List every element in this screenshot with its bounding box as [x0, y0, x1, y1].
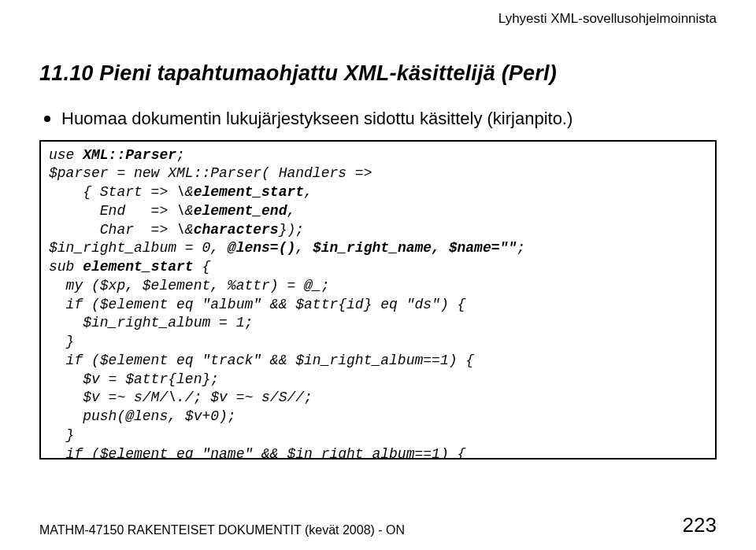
code-text: ;: [176, 147, 185, 163]
code-text: $in_right_name, $name="": [313, 240, 517, 256]
code-text: element_end: [194, 203, 287, 219]
footer: MATHM-47150 RAKENTEISET DOKUMENTIT (kevä…: [39, 513, 717, 537]
code-text: XML::Parser: [83, 147, 176, 163]
code-text: Char => \&: [49, 222, 194, 238]
page: Lyhyesti XML-sovellusohjelmoinnista 11.1…: [0, 0, 756, 550]
code-text: my ($xp, $element, %attr) = @_;: [49, 278, 329, 293]
code-text: $in_right_album = 0,: [49, 240, 228, 256]
code-text: if ($element eq "track" && $in_right_alb…: [49, 353, 474, 368]
code-text: push(@lens, $v+0);: [49, 408, 236, 424]
running-title: Lyhyesti XML-sovellusohjelmoinnista: [498, 11, 717, 27]
code-text: ,: [304, 184, 313, 200]
bullet-dot-icon: [44, 116, 50, 122]
code-text: if ($element eq "name" && $in_right_albu…: [49, 446, 465, 460]
code-text: element_start: [83, 259, 193, 275]
code-text: @lens=(): [228, 240, 295, 256]
code-text: }: [49, 334, 74, 349]
code-text: ,: [295, 240, 313, 256]
code-listing: use XML::Parser; $parser = new XML::Pars…: [39, 140, 717, 460]
code-text: ,: [287, 203, 295, 219]
code-text: {: [194, 259, 211, 275]
code-text: $in_right_album = 1;: [49, 315, 253, 330]
code-text: sub: [49, 259, 83, 275]
code-text: $v = $attr{len};: [49, 371, 219, 387]
code-text: characters: [194, 222, 279, 238]
code-text: ;: [517, 240, 525, 256]
code-text: });: [279, 222, 304, 238]
code-text: $v =~ s/M/\./; $v =~ s/S//;: [49, 389, 313, 405]
page-number: 223: [683, 513, 717, 537]
code-text: End => \&: [49, 203, 194, 219]
section-title: 11.10 Pieni tapahtumaohjattu XML-käsitte…: [39, 61, 717, 86]
code-text: $parser = new XML::Parser( Handlers =>: [49, 165, 372, 181]
code-text: use: [49, 147, 83, 163]
code-text: { Start => \&: [49, 184, 194, 200]
bullet-text: Huomaa dokumentin lukujärjestykseen sido…: [61, 108, 573, 131]
code-text: }: [49, 427, 74, 443]
code-text: element_start: [194, 184, 304, 200]
footer-course: MATHM-47150 RAKENTEISET DOKUMENTIT (kevä…: [39, 523, 405, 537]
code-text: if ($element eq "album" && $attr{id} eq …: [49, 297, 465, 312]
bullet-item: Huomaa dokumentin lukujärjestykseen sido…: [44, 108, 717, 131]
